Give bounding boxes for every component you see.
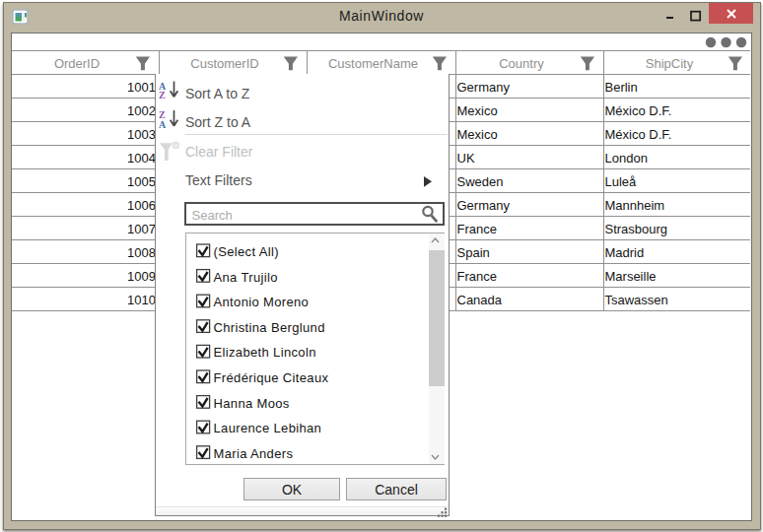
svg-text:Z: Z [159, 90, 166, 100]
svg-text:A: A [159, 119, 167, 130]
